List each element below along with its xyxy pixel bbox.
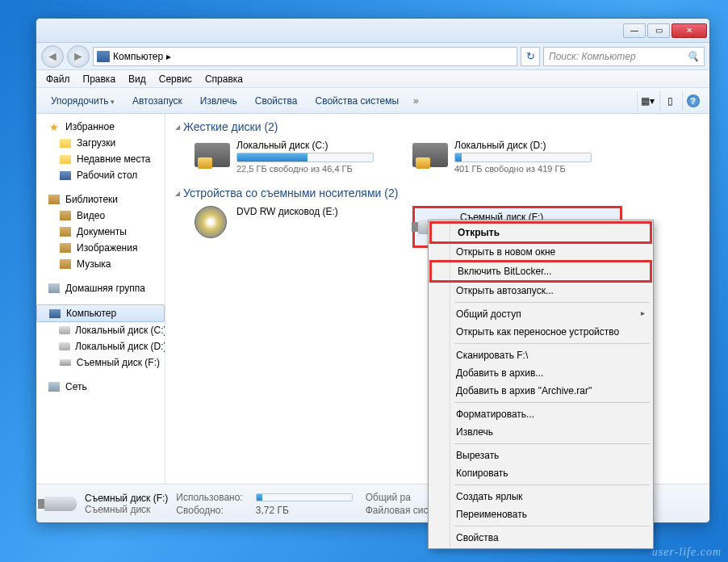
ctx-separator — [454, 302, 650, 303]
sidebar-libraries[interactable]: Библиотеки — [36, 191, 165, 208]
sidebar-item-downloads[interactable]: Загрузки — [36, 135, 165, 151]
minimize-button[interactable]: — — [623, 23, 646, 38]
ctx-separator — [454, 484, 650, 485]
ctx-separator — [454, 443, 650, 444]
maximize-button[interactable]: ▭ — [647, 23, 670, 38]
sidebar-item-video[interactable]: Видео — [36, 208, 165, 224]
sidebar-network[interactable]: Сеть — [36, 379, 165, 395]
toolbar-overflow[interactable]: » — [408, 92, 424, 110]
menu-help[interactable]: Справка — [199, 72, 249, 86]
ctx-item-16[interactable]: Копировать — [430, 464, 651, 482]
refresh-button[interactable]: ↻ — [521, 47, 540, 66]
menu-edit[interactable]: Правка — [77, 72, 123, 86]
library-icon — [48, 195, 60, 204]
capacity-bar — [236, 153, 374, 162]
ctx-item-13[interactable]: Извлечь — [430, 423, 651, 441]
help-icon: ? — [687, 94, 700, 107]
search-icon: 🔍 — [687, 51, 699, 62]
ctx-item-10[interactable]: Добавить в архив "Archive.rar" — [430, 382, 651, 400]
usb-drive-icon — [44, 497, 77, 511]
back-button[interactable]: ◄ — [41, 45, 64, 68]
toolbar-eject[interactable]: Извлечь — [192, 92, 245, 110]
help-button[interactable]: ? — [682, 91, 703, 111]
category-removable[interactable]: Устройства со съемными носителями (2) — [175, 187, 700, 199]
sidebar-item-desktop[interactable]: Рабочий стол — [36, 167, 165, 183]
status-subtitle: Съемный диск — [85, 504, 168, 515]
sidebar: ★Избранное Загрузки Недавние места Рабоч… — [36, 114, 165, 484]
usb-icon — [60, 359, 71, 366]
video-icon — [60, 211, 71, 220]
computer-icon — [49, 309, 61, 318]
drive-c[interactable]: Локальный диск (C:) 22,5 ГБ свободно из … — [195, 140, 388, 174]
sidebar-item-disk-c[interactable]: Локальный диск (C:) — [36, 322, 165, 338]
disk-icon — [59, 326, 70, 334]
sidebar-item-documents[interactable]: Документы — [36, 224, 165, 240]
ctx-item-15[interactable]: Вырезать — [430, 447, 651, 464]
context-menu: ОткрытьОткрыть в новом окнеВключить BitL… — [428, 220, 654, 549]
sidebar-item-disk-d[interactable]: Локальный диск (D:) — [36, 338, 165, 354]
ctx-item-2[interactable]: Включить BitLocker... — [429, 260, 652, 283]
desktop-icon — [60, 171, 71, 180]
toolbar-properties[interactable]: Свойства — [247, 92, 306, 110]
toolbar-autoplay[interactable]: Автозапуск — [124, 92, 190, 110]
sidebar-item-disk-f[interactable]: Съемный диск (F:) — [36, 354, 165, 371]
preview-pane-button[interactable]: ▯ — [659, 91, 680, 111]
titlebar: — ▭ ✕ — [36, 19, 709, 43]
ctx-item-8[interactable]: Сканировать F:\ — [430, 346, 651, 364]
rar-icon — [435, 349, 448, 362]
sidebar-favorites[interactable]: ★Избранное — [36, 119, 165, 135]
ctx-item-18[interactable]: Создать ярлык — [430, 488, 651, 505]
category-hdd[interactable]: Жесткие диски (2) — [175, 120, 700, 133]
capacity-bar — [454, 153, 592, 162]
search-input[interactable]: Поиск: Компьютер 🔍 — [543, 47, 705, 66]
ctx-item-12[interactable]: Форматировать... — [430, 405, 651, 423]
sidebar-homegroup[interactable]: Домашняя группа — [36, 280, 165, 296]
computer-icon — [97, 51, 110, 62]
ctx-item-5[interactable]: Общий доступ — [430, 305, 651, 323]
sidebar-computer[interactable]: Компьютер — [36, 304, 165, 322]
drive-d[interactable]: Локальный диск (D:) 401 ГБ свободно из 4… — [412, 140, 606, 174]
folder-icon — [60, 139, 71, 148]
homegroup-icon — [48, 283, 60, 293]
menu-view[interactable]: Вид — [122, 72, 153, 86]
menu-tools[interactable]: Сервис — [153, 72, 199, 86]
search-placeholder: Поиск: Компьютер — [549, 51, 636, 62]
sidebar-item-music[interactable]: Музыка — [36, 256, 165, 272]
ctx-item-3[interactable]: Открыть автозапуск... — [430, 282, 651, 300]
ctx-item-0[interactable]: Открыть — [429, 221, 652, 244]
folder-icon — [60, 155, 71, 164]
rar-icon — [435, 384, 448, 397]
watermark: user-life.com — [652, 546, 722, 559]
drive-dvd[interactable]: DVD RW дисковод (E:) — [195, 206, 388, 248]
ctx-item-21[interactable]: Свойства — [430, 529, 651, 547]
star-icon: ★ — [48, 120, 61, 133]
sidebar-item-pictures[interactable]: Изображения — [36, 240, 165, 256]
breadcrumb-root: Компьютер — [113, 51, 163, 62]
forward-button[interactable]: ► — [67, 45, 90, 68]
ctx-item-19[interactable]: Переименовать — [430, 505, 651, 523]
disk-icon — [59, 342, 70, 350]
sidebar-item-recent[interactable]: Недавние места — [36, 151, 165, 167]
music-icon — [60, 259, 71, 269]
ctx-item-1[interactable]: Открыть в новом окне — [430, 243, 651, 261]
breadcrumb[interactable]: Компьютер ▸ — [93, 47, 517, 66]
nav-row: ◄ ► Компьютер ▸ ↻ Поиск: Компьютер 🔍 — [36, 43, 709, 70]
close-button[interactable]: ✕ — [672, 23, 707, 38]
ctx-separator — [454, 526, 650, 526]
toolbar-organize[interactable]: Упорядочить — [43, 92, 123, 110]
dvd-icon — [195, 206, 227, 238]
toolbar-sysprops[interactable]: Свойства системы — [307, 92, 407, 110]
rar-icon — [435, 367, 448, 380]
ctx-item-6[interactable]: Открыть как переносное устройство — [430, 323, 651, 341]
menu-file[interactable]: Файл — [40, 72, 77, 86]
ctx-separator — [454, 402, 650, 403]
ctx-item-9[interactable]: Добавить в архив... — [430, 364, 651, 382]
hdd-icon — [195, 143, 230, 167]
hdd-icon — [412, 143, 448, 167]
ctx-separator — [454, 343, 650, 344]
status-title: Съемный диск (F:) — [85, 493, 168, 504]
pictures-icon — [60, 243, 71, 253]
toolbar: Упорядочить Автозапуск Извлечь Свойства … — [36, 88, 709, 114]
documents-icon — [60, 227, 71, 237]
view-mode-button[interactable]: ▦▾ — [637, 91, 658, 111]
